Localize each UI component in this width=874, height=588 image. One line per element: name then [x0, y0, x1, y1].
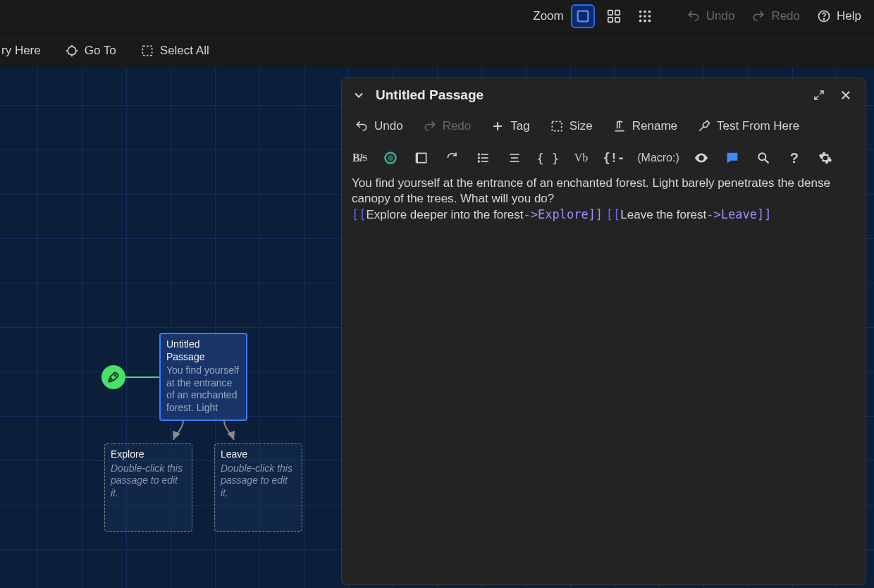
- svg-rect-30: [417, 153, 426, 162]
- help-button[interactable]: Help: [813, 6, 866, 26]
- svg-rect-0: [577, 11, 588, 22]
- crosshair-icon: [65, 44, 79, 58]
- editor-panel: Untitled Passage Undo Redo Tag Size Rena…: [341, 78, 866, 585]
- size-icon: [550, 119, 564, 133]
- editor-rename-button[interactable]: Rename: [608, 116, 682, 136]
- rotate-button[interactable]: [443, 149, 462, 167]
- list-icon: [476, 151, 491, 165]
- comment-icon: [725, 150, 740, 166]
- editor-size-label: Size: [570, 119, 593, 133]
- svg-point-10: [648, 15, 651, 18]
- svg-point-22: [115, 375, 116, 376]
- wrench-icon: [697, 119, 711, 133]
- collapse-ws-button[interactable]: {!-: [603, 149, 625, 167]
- help-label: Help: [837, 9, 861, 23]
- svg-rect-2: [615, 11, 620, 15]
- redo-icon: [751, 9, 765, 23]
- redo-button[interactable]: Redo: [747, 6, 804, 26]
- passage-title: Untitled Passage: [166, 338, 240, 363]
- palette-icon: [383, 151, 398, 165]
- svg-rect-21: [142, 46, 152, 55]
- undo-icon: [355, 119, 369, 133]
- svg-rect-1: [608, 11, 613, 15]
- styles-button[interactable]: BIS: [350, 149, 369, 167]
- svg-point-16: [68, 47, 76, 55]
- list-button[interactable]: [474, 149, 493, 167]
- svg-point-36: [479, 157, 480, 159]
- link-text: Explore deeper into the forest: [366, 208, 523, 221]
- start-connection: [124, 376, 159, 378]
- passage-body: Double-click this passage to edit it.: [221, 463, 296, 500]
- svg-point-9: [644, 15, 646, 18]
- passage-title: Explore: [111, 448, 186, 461]
- editor-test-button[interactable]: Test From Here: [693, 116, 804, 136]
- zoom-label: Zoom: [533, 9, 563, 23]
- eye-icon: [694, 150, 709, 166]
- expand-button[interactable]: [809, 85, 829, 105]
- editor-undo-label: Undo: [374, 119, 403, 133]
- selectall-button[interactable]: Select All: [136, 41, 214, 61]
- close-icon: [839, 89, 852, 102]
- preview-button[interactable]: [692, 149, 710, 167]
- editor-textarea[interactable]: You find yourself at the entrance of an …: [342, 173, 866, 584]
- svg-point-15: [823, 19, 824, 20]
- select-all-icon: [140, 44, 154, 58]
- settings-toolbar-button[interactable]: [816, 149, 835, 167]
- editor-tag-button[interactable]: Tag: [486, 116, 534, 136]
- passage-leave[interactable]: Leave Double-click this passage to edit …: [214, 443, 302, 532]
- verbatim-button[interactable]: Vb: [572, 149, 591, 167]
- rotate-icon: [445, 151, 460, 165]
- svg-point-5: [639, 11, 642, 13]
- editor-size-button[interactable]: Size: [546, 116, 597, 136]
- zoom-group: Zoom: [533, 4, 656, 28]
- help-toolbar-button[interactable]: ?: [785, 149, 804, 167]
- passage-body: Double-click this passage to edit it.: [111, 463, 186, 500]
- zoom-large-button[interactable]: [571, 4, 595, 28]
- colours-button[interactable]: [381, 149, 400, 167]
- svg-point-13: [648, 20, 651, 23]
- passage-body: You find yourself at the entrance of an …: [166, 365, 240, 414]
- link-open: [[: [606, 207, 620, 221]
- passage-untitled[interactable]: Untitled Passage You find yourself at th…: [159, 333, 247, 421]
- search-icon: [756, 151, 770, 165]
- goto-button[interactable]: Go To: [61, 41, 121, 61]
- start-pin[interactable]: [101, 365, 125, 389]
- svg-point-6: [644, 11, 646, 13]
- svg-line-42: [765, 160, 768, 164]
- editor-tag-label: Tag: [510, 119, 529, 133]
- editor-title: Untitled Passage: [376, 87, 802, 103]
- macro-button[interactable]: (Macro:): [637, 149, 679, 167]
- collapse-button[interactable]: [349, 85, 369, 105]
- svg-point-11: [639, 20, 642, 23]
- svg-point-8: [639, 15, 642, 18]
- close-button[interactable]: [836, 85, 856, 105]
- undo-label: Undo: [706, 9, 735, 23]
- rename-icon: [613, 119, 627, 133]
- editor-undo-button[interactable]: Undo: [350, 116, 407, 136]
- secondbar: ry Here Go To Select All: [0, 32, 874, 68]
- plus-icon: [491, 119, 505, 133]
- editor-redo-button[interactable]: Redo: [419, 116, 476, 136]
- svg-point-12: [644, 20, 646, 23]
- chevron-down-icon: [352, 88, 366, 102]
- comment-button[interactable]: [723, 149, 741, 167]
- passage-explore[interactable]: Explore Double-click this passage to edi…: [104, 443, 192, 532]
- borders-button[interactable]: [412, 149, 431, 167]
- svg-point-41: [758, 153, 765, 160]
- link-arrow: ->Explore]]: [524, 207, 603, 221]
- svg-rect-27: [552, 121, 561, 130]
- zoom-small-button[interactable]: [633, 4, 657, 28]
- zoom-medium-button[interactable]: [602, 4, 626, 28]
- help-icon: [817, 9, 831, 23]
- undo-button[interactable]: Undo: [682, 6, 739, 26]
- svg-point-35: [479, 154, 480, 155]
- svg-rect-4: [615, 18, 620, 22]
- passage-title: Leave: [221, 448, 296, 461]
- svg-point-7: [648, 11, 651, 13]
- find-button[interactable]: [754, 149, 773, 167]
- truncated-item[interactable]: ry Here: [0, 41, 45, 61]
- align-button[interactable]: [505, 149, 524, 167]
- braces-button[interactable]: { }: [536, 149, 560, 167]
- editor-toolbar: BIS { } Vb {!- (Macro:) ?: [342, 143, 866, 173]
- goto-label: Go To: [85, 44, 116, 58]
